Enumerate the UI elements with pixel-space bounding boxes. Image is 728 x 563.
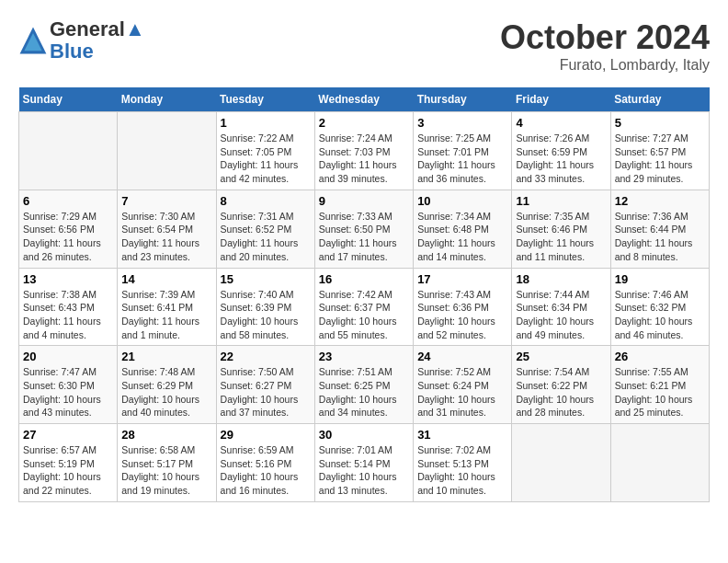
day-number: 3 [417,116,507,130]
day-number: 13 [23,272,113,286]
day-number: 26 [615,350,705,363]
calendar-cell: 12Sunrise: 7:36 AMSunset: 6:44 PMDayligh… [610,190,709,268]
calendar-cell [610,424,709,502]
day-info: Sunrise: 7:22 AMSunset: 7:05 PMDaylight:… [221,132,311,186]
day-number: 19 [615,272,705,286]
day-info: Sunrise: 7:44 AMSunset: 6:34 PMDaylight:… [516,288,606,342]
calendar-cell: 14Sunrise: 7:39 AMSunset: 6:41 PMDayligh… [118,268,216,346]
day-info: Sunrise: 7:51 AMSunset: 6:25 PMDaylight:… [319,365,409,419]
calendar-cell: 22Sunrise: 7:50 AMSunset: 6:27 PMDayligh… [216,346,314,424]
day-number: 20 [23,350,113,363]
calendar-cell: 23Sunrise: 7:51 AMSunset: 6:25 PMDayligh… [314,346,413,424]
day-number: 14 [121,272,211,286]
day-number: 11 [516,194,606,208]
day-number: 2 [319,116,409,130]
calendar-cell: 8Sunrise: 7:31 AMSunset: 6:52 PMDaylight… [216,190,314,268]
calendar-table: SundayMondayTuesdayWednesdayThursdayFrid… [18,87,710,502]
day-info: Sunrise: 7:25 AMSunset: 7:01 PMDaylight:… [417,132,507,186]
calendar-cell [118,112,216,190]
calendar-cell: 9Sunrise: 7:33 AMSunset: 6:50 PMDaylight… [314,190,413,268]
calendar-cell: 28Sunrise: 6:58 AMSunset: 5:17 PMDayligh… [118,424,216,502]
calendar-cell: 6Sunrise: 7:29 AMSunset: 6:56 PMDaylight… [19,190,118,268]
day-number: 31 [417,428,507,442]
day-info: Sunrise: 7:33 AMSunset: 6:50 PMDaylight:… [319,210,409,264]
calendar-week-row: 20Sunrise: 7:47 AMSunset: 6:30 PMDayligh… [19,346,710,424]
weekday-header: Sunday [19,87,118,112]
day-info: Sunrise: 7:48 AMSunset: 6:29 PMDaylight:… [121,365,211,419]
day-info: Sunrise: 7:54 AMSunset: 6:22 PMDaylight:… [516,365,606,419]
day-number: 5 [615,116,705,130]
calendar-cell: 31Sunrise: 7:02 AMSunset: 5:13 PMDayligh… [414,424,512,502]
day-info: Sunrise: 7:02 AMSunset: 5:13 PMDaylight:… [417,443,507,498]
calendar-week-row: 6Sunrise: 7:29 AMSunset: 6:56 PMDaylight… [19,190,710,268]
day-info: Sunrise: 7:36 AMSunset: 6:44 PMDaylight:… [615,210,705,264]
calendar-cell: 11Sunrise: 7:35 AMSunset: 6:46 PMDayligh… [512,190,610,268]
calendar-cell: 16Sunrise: 7:42 AMSunset: 6:37 PMDayligh… [314,268,413,346]
calendar-cell: 15Sunrise: 7:40 AMSunset: 6:39 PMDayligh… [216,268,314,346]
day-number: 28 [121,428,211,442]
month-title: October 2024 [500,18,710,57]
day-number: 22 [221,350,311,363]
logo: General▲ Blue [18,18,145,63]
day-number: 9 [319,194,409,208]
day-number: 29 [221,428,311,442]
weekday-header: Monday [118,87,216,112]
day-info: Sunrise: 7:40 AMSunset: 6:39 PMDaylight:… [221,288,311,342]
weekday-header: Wednesday [314,87,413,112]
day-info: Sunrise: 7:46 AMSunset: 6:32 PMDaylight:… [615,288,705,342]
day-info: Sunrise: 6:57 AMSunset: 5:19 PMDaylight:… [23,443,113,498]
calendar-cell: 3Sunrise: 7:25 AMSunset: 7:01 PMDaylight… [414,112,512,190]
day-number: 6 [23,194,113,208]
day-number: 27 [23,428,113,442]
calendar-cell: 27Sunrise: 6:57 AMSunset: 5:19 PMDayligh… [19,424,118,502]
day-info: Sunrise: 7:42 AMSunset: 6:37 PMDaylight:… [319,288,409,342]
day-number: 25 [516,350,606,363]
header-row: SundayMondayTuesdayWednesdayThursdayFrid… [19,87,710,112]
day-info: Sunrise: 7:29 AMSunset: 6:56 PMDaylight:… [23,210,113,264]
day-number: 1 [221,116,311,130]
calendar-cell [19,112,118,190]
calendar-cell: 17Sunrise: 7:43 AMSunset: 6:36 PMDayligh… [414,268,512,346]
day-info: Sunrise: 7:34 AMSunset: 6:48 PMDaylight:… [417,210,507,264]
calendar-cell: 25Sunrise: 7:54 AMSunset: 6:22 PMDayligh… [512,346,610,424]
day-info: Sunrise: 7:24 AMSunset: 7:03 PMDaylight:… [319,132,409,186]
day-info: Sunrise: 7:31 AMSunset: 6:52 PMDaylight:… [221,210,311,264]
day-number: 12 [615,194,705,208]
day-number: 21 [121,350,211,363]
day-number: 23 [319,350,409,363]
day-info: Sunrise: 7:43 AMSunset: 6:36 PMDaylight:… [417,288,507,342]
calendar-week-row: 27Sunrise: 6:57 AMSunset: 5:19 PMDayligh… [19,424,710,502]
calendar-cell: 18Sunrise: 7:44 AMSunset: 6:34 PMDayligh… [512,268,610,346]
calendar-cell: 5Sunrise: 7:27 AMSunset: 6:57 PMDaylight… [610,112,709,190]
day-info: Sunrise: 7:39 AMSunset: 6:41 PMDaylight:… [121,288,211,342]
calendar-cell: 10Sunrise: 7:34 AMSunset: 6:48 PMDayligh… [414,190,512,268]
day-number: 4 [516,116,606,130]
calendar-cell: 7Sunrise: 7:30 AMSunset: 6:54 PMDaylight… [118,190,216,268]
calendar-week-row: 13Sunrise: 7:38 AMSunset: 6:43 PMDayligh… [19,268,710,346]
day-number: 18 [516,272,606,286]
day-info: Sunrise: 7:26 AMSunset: 6:59 PMDaylight:… [516,132,606,186]
logo-icon [18,26,48,55]
day-info: Sunrise: 7:30 AMSunset: 6:54 PMDaylight:… [121,210,211,264]
day-number: 8 [221,194,311,208]
weekday-header: Thursday [414,87,512,112]
day-number: 30 [319,428,409,442]
calendar-cell: 20Sunrise: 7:47 AMSunset: 6:30 PMDayligh… [19,346,118,424]
day-info: Sunrise: 7:50 AMSunset: 6:27 PMDaylight:… [221,365,311,419]
day-number: 10 [417,194,507,208]
weekday-header: Saturday [610,87,709,112]
calendar-week-row: 1Sunrise: 7:22 AMSunset: 7:05 PMDaylight… [19,112,710,190]
day-info: Sunrise: 7:52 AMSunset: 6:24 PMDaylight:… [417,365,507,419]
logo-general: General▲ [50,18,145,40]
calendar-cell: 13Sunrise: 7:38 AMSunset: 6:43 PMDayligh… [19,268,118,346]
calendar-cell: 30Sunrise: 7:01 AMSunset: 5:14 PMDayligh… [314,424,413,502]
page-header: General▲ Blue October 2024 Furato, Lomba… [18,18,710,74]
calendar-cell: 21Sunrise: 7:48 AMSunset: 6:29 PMDayligh… [118,346,216,424]
calendar-cell: 26Sunrise: 7:55 AMSunset: 6:21 PMDayligh… [610,346,709,424]
calendar-cell [512,424,610,502]
calendar-cell: 2Sunrise: 7:24 AMSunset: 7:03 PMDaylight… [314,112,413,190]
day-number: 7 [121,194,211,208]
weekday-header: Tuesday [216,87,314,112]
day-info: Sunrise: 7:38 AMSunset: 6:43 PMDaylight:… [23,288,113,342]
calendar-cell: 1Sunrise: 7:22 AMSunset: 7:05 PMDaylight… [216,112,314,190]
